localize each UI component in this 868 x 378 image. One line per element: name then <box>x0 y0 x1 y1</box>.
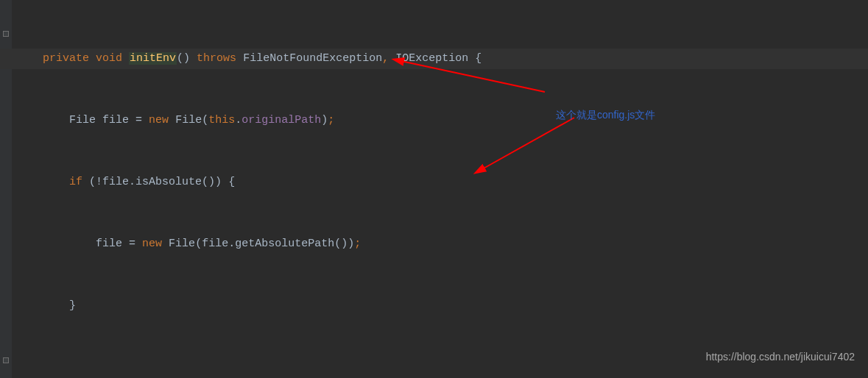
code-line: } <box>43 296 868 316</box>
keyword-private: private <box>43 52 89 65</box>
code-line: private void initEnv() throws FileNotFou… <box>0 49 868 69</box>
keyword-void: void <box>96 52 122 65</box>
code-line: if (!file.isAbsolute()) { <box>43 172 868 193</box>
method-name: initEnv <box>129 52 177 65</box>
annotation-label: 这个就是config.js文件 <box>556 104 655 125</box>
watermark-text: https://blog.csdn.net/jikuicui7402 <box>706 346 855 367</box>
code-editor[interactable]: private void initEnv() throws FileNotFou… <box>0 0 868 378</box>
code-line: File file = new File(this.originalPath); <box>43 110 868 131</box>
code-content: private void initEnv() throws FileNotFou… <box>15 7 868 378</box>
keyword-throws: throws <box>197 52 236 65</box>
code-line: file = new File(file.getAbsolutePath()); <box>43 234 868 254</box>
